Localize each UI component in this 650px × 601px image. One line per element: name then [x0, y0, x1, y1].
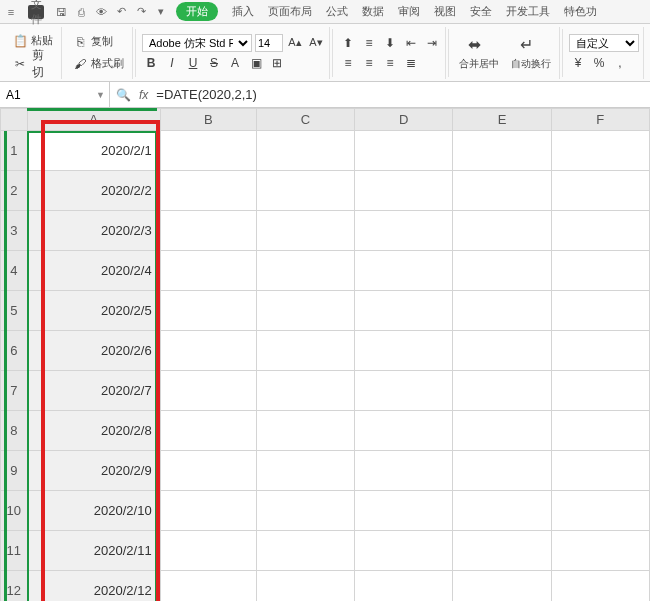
- cell[interactable]: [355, 251, 453, 291]
- cell[interactable]: [551, 491, 649, 531]
- cell[interactable]: [160, 291, 256, 331]
- row-header[interactable]: 3: [1, 211, 28, 251]
- cell[interactable]: 2020/2/6: [27, 331, 160, 371]
- cell[interactable]: [160, 371, 256, 411]
- redo-icon[interactable]: ↷: [134, 5, 148, 19]
- tab-insert[interactable]: 插入: [226, 2, 260, 21]
- tab-page-layout[interactable]: 页面布局: [262, 2, 318, 21]
- cell[interactable]: [551, 451, 649, 491]
- cell[interactable]: [256, 491, 354, 531]
- tab-formula[interactable]: 公式: [320, 2, 354, 21]
- chevron-down-icon[interactable]: ▼: [96, 90, 105, 100]
- row-header[interactable]: 2: [1, 171, 28, 211]
- cell[interactable]: [256, 411, 354, 451]
- formula-input[interactable]: [156, 87, 644, 102]
- column-header-b[interactable]: B: [160, 109, 256, 131]
- font-family-select[interactable]: Adobe 仿宋 Std R: [142, 34, 252, 52]
- menu-icon[interactable]: ≡: [4, 5, 18, 19]
- search-icon[interactable]: 🔍: [116, 88, 131, 102]
- align-left-icon[interactable]: ≡: [339, 54, 357, 72]
- indent-inc-icon[interactable]: ⇥: [423, 34, 441, 52]
- cell[interactable]: [551, 531, 649, 571]
- file-menu-button[interactable]: 文件: [28, 5, 44, 19]
- column-header-e[interactable]: E: [453, 109, 551, 131]
- row-header[interactable]: 12: [1, 571, 28, 602]
- align-bottom-icon[interactable]: ⬇: [381, 34, 399, 52]
- cell[interactable]: 2020/2/2: [27, 171, 160, 211]
- cell[interactable]: [256, 291, 354, 331]
- cell[interactable]: 2020/2/1: [27, 131, 160, 171]
- align-middle-icon[interactable]: ≡: [360, 34, 378, 52]
- cell[interactable]: 2020/2/3: [27, 211, 160, 251]
- cell[interactable]: [453, 491, 551, 531]
- cell[interactable]: [355, 451, 453, 491]
- cell[interactable]: [453, 291, 551, 331]
- cell[interactable]: [453, 251, 551, 291]
- comma-icon[interactable]: ,: [611, 54, 629, 72]
- cell[interactable]: [160, 491, 256, 531]
- cell[interactable]: [453, 451, 551, 491]
- cell[interactable]: [355, 491, 453, 531]
- italic-button[interactable]: I: [163, 54, 181, 72]
- align-right-icon[interactable]: ≡: [381, 54, 399, 72]
- cell[interactable]: [355, 531, 453, 571]
- column-header-d[interactable]: D: [355, 109, 453, 131]
- align-justify-icon[interactable]: ≣: [402, 54, 420, 72]
- row-header[interactable]: 6: [1, 331, 28, 371]
- strike-button[interactable]: S: [205, 54, 223, 72]
- dropdown-icon[interactable]: ▾: [154, 5, 168, 19]
- save-icon[interactable]: 🖫: [54, 5, 68, 19]
- merge-center-button[interactable]: ⬌ 合并居中: [455, 35, 503, 71]
- cell[interactable]: [551, 331, 649, 371]
- font-color-button[interactable]: A: [226, 54, 244, 72]
- print-icon[interactable]: ⎙: [74, 5, 88, 19]
- cell[interactable]: [551, 171, 649, 211]
- cell[interactable]: [551, 411, 649, 451]
- cell-reference-input[interactable]: [6, 88, 76, 102]
- copy-button[interactable]: ⎘ 复制: [68, 32, 128, 52]
- cell[interactable]: [453, 531, 551, 571]
- tab-security[interactable]: 安全: [464, 2, 498, 21]
- column-header-a[interactable]: A: [27, 109, 160, 131]
- tab-view[interactable]: 视图: [428, 2, 462, 21]
- tab-dev-tools[interactable]: 开发工具: [500, 2, 556, 21]
- align-top-icon[interactable]: ⬆: [339, 34, 357, 52]
- number-format-select[interactable]: 自定义: [569, 34, 639, 52]
- cell[interactable]: [256, 531, 354, 571]
- wrap-text-button[interactable]: ↵ 自动换行: [507, 35, 555, 71]
- cell[interactable]: [256, 131, 354, 171]
- cell[interactable]: [160, 531, 256, 571]
- cell[interactable]: [453, 331, 551, 371]
- cell[interactable]: [551, 211, 649, 251]
- tab-review[interactable]: 审阅: [392, 2, 426, 21]
- cell[interactable]: [256, 451, 354, 491]
- row-header[interactable]: 10: [1, 491, 28, 531]
- align-center-icon[interactable]: ≡: [360, 54, 378, 72]
- cell[interactable]: [453, 411, 551, 451]
- percent-icon[interactable]: %: [590, 54, 608, 72]
- currency-icon[interactable]: ¥: [569, 54, 587, 72]
- cell[interactable]: [453, 211, 551, 251]
- cell[interactable]: 2020/2/8: [27, 411, 160, 451]
- cell[interactable]: 2020/2/9: [27, 451, 160, 491]
- font-size-input[interactable]: [255, 34, 283, 52]
- tab-start[interactable]: 开始: [176, 2, 218, 21]
- row-header[interactable]: 1: [1, 131, 28, 171]
- column-header-f[interactable]: F: [551, 109, 649, 131]
- cell[interactable]: 2020/2/5: [27, 291, 160, 331]
- cell[interactable]: [355, 571, 453, 602]
- fill-color-button[interactable]: ▣: [247, 54, 265, 72]
- tab-data[interactable]: 数据: [356, 2, 390, 21]
- cell[interactable]: [256, 371, 354, 411]
- cell[interactable]: 2020/2/7: [27, 371, 160, 411]
- cell[interactable]: [551, 571, 649, 602]
- row-header[interactable]: 8: [1, 411, 28, 451]
- cell[interactable]: [256, 171, 354, 211]
- cell[interactable]: 2020/2/11: [27, 531, 160, 571]
- tab-features[interactable]: 特色功: [558, 2, 603, 21]
- preview-icon[interactable]: 👁: [94, 5, 108, 19]
- cell[interactable]: [453, 131, 551, 171]
- cut-button[interactable]: ✂ 剪切: [8, 53, 53, 75]
- cell[interactable]: [256, 331, 354, 371]
- cell[interactable]: [453, 371, 551, 411]
